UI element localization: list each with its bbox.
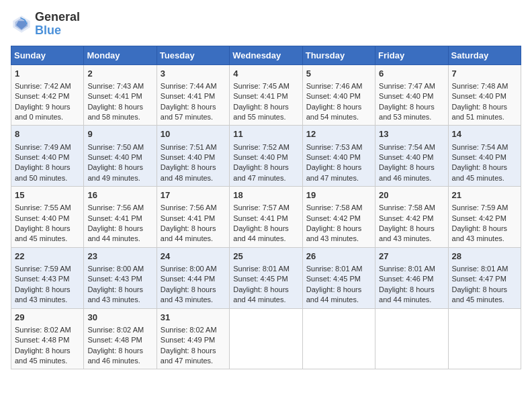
page-header: General Blue	[11, 11, 521, 38]
col-header-wednesday: Wednesday	[230, 46, 302, 64]
calendar-cell: 26Sunrise: 8:01 AMSunset: 4:45 PMDayligh…	[302, 247, 375, 308]
day-info: Sunset: 4:42 PM	[306, 214, 361, 222]
day-number: 30	[87, 312, 152, 324]
day-info: Sunset: 4:40 PM	[306, 153, 361, 161]
day-number: 4	[233, 68, 298, 80]
calendar-cell: 29Sunrise: 8:02 AMSunset: 4:48 PMDayligh…	[11, 308, 84, 369]
day-info: Sunrise: 7:56 AM	[161, 203, 217, 212]
calendar-cell: 2Sunrise: 7:43 AMSunset: 4:41 PMDaylight…	[84, 64, 157, 126]
day-info: and 44 minutes.	[233, 295, 285, 304]
calendar-cell	[448, 308, 521, 369]
calendar-week-5: 29Sunrise: 8:02 AMSunset: 4:48 PMDayligh…	[11, 308, 521, 369]
day-info: Daylight: 8 hours	[87, 163, 143, 171]
day-info: and 44 minutes.	[233, 234, 285, 242]
day-number: 31	[161, 312, 226, 324]
calendar-cell: 10Sunrise: 7:51 AMSunset: 4:40 PMDayligh…	[157, 126, 229, 187]
day-info: Sunset: 4:41 PM	[233, 92, 287, 100]
day-number: 1	[15, 68, 80, 80]
day-number: 17	[161, 189, 226, 201]
day-info: and 50 minutes.	[15, 174, 67, 182]
day-info: Sunrise: 8:02 AM	[87, 326, 144, 334]
day-info: and 43 minutes.	[306, 234, 359, 242]
day-info: Sunrise: 7:52 AM	[233, 143, 290, 151]
day-info: and 46 minutes.	[87, 357, 140, 365]
day-info: Sunrise: 8:02 AM	[15, 326, 71, 334]
day-number: 25	[233, 250, 298, 263]
day-info: Sunset: 4:40 PM	[15, 153, 69, 161]
day-number: 11	[233, 128, 298, 140]
day-info: Daylight: 8 hours	[452, 103, 508, 111]
day-info: Sunset: 4:48 PM	[87, 336, 142, 344]
day-info: Daylight: 8 hours	[379, 224, 435, 232]
day-info: and 55 minutes.	[233, 113, 285, 121]
day-info: and 58 minutes.	[87, 113, 140, 121]
day-info: Daylight: 8 hours	[87, 347, 143, 355]
col-header-sunday: Sunday	[11, 46, 84, 64]
day-number: 5	[306, 68, 371, 80]
day-info: Sunrise: 8:01 AM	[306, 265, 363, 273]
day-info: and 48 minutes.	[161, 174, 213, 182]
day-info: Sunrise: 7:58 AM	[379, 203, 435, 212]
day-info: Sunset: 4:45 PM	[306, 275, 361, 283]
day-info: Daylight: 8 hours	[161, 285, 216, 293]
day-info: Sunrise: 8:01 AM	[379, 265, 435, 273]
day-info: Daylight: 8 hours	[379, 285, 435, 293]
day-number: 12	[306, 128, 371, 140]
calendar-cell	[302, 308, 375, 369]
day-info: Sunrise: 7:58 AM	[306, 203, 363, 212]
day-info: Daylight: 8 hours	[15, 224, 71, 232]
calendar-cell: 13Sunrise: 7:54 AMSunset: 4:40 PMDayligh…	[375, 126, 448, 187]
day-info: and 44 minutes.	[379, 295, 431, 304]
calendar-cell: 20Sunrise: 7:58 AMSunset: 4:42 PMDayligh…	[375, 187, 448, 248]
day-info: and 0 minutes.	[15, 113, 63, 121]
day-info: Daylight: 8 hours	[87, 285, 143, 293]
calendar-week-2: 8Sunrise: 7:49 AMSunset: 4:40 PMDaylight…	[11, 126, 521, 187]
col-header-tuesday: Tuesday	[157, 46, 229, 64]
calendar-cell: 5Sunrise: 7:46 AMSunset: 4:40 PMDaylight…	[302, 64, 375, 126]
day-info: and 47 minutes.	[161, 357, 213, 365]
calendar-week-3: 15Sunrise: 7:55 AMSunset: 4:40 PMDayligh…	[11, 187, 521, 248]
day-info: Sunset: 4:42 PM	[452, 214, 506, 222]
day-info: Sunset: 4:40 PM	[306, 92, 361, 100]
col-header-saturday: Saturday	[448, 46, 521, 64]
day-info: Sunrise: 8:00 AM	[87, 265, 144, 273]
calendar-cell: 4Sunrise: 7:45 AMSunset: 4:41 PMDaylight…	[230, 64, 302, 126]
day-info: Sunrise: 7:51 AM	[161, 143, 217, 151]
day-info: and 51 minutes.	[452, 113, 504, 121]
calendar-cell	[230, 308, 302, 369]
calendar-cell: 9Sunrise: 7:50 AMSunset: 4:40 PMDaylight…	[84, 126, 157, 187]
day-number: 16	[87, 189, 152, 201]
day-info: Daylight: 8 hours	[379, 163, 435, 171]
day-info: Sunset: 4:43 PM	[87, 275, 142, 283]
day-info: and 45 minutes.	[15, 234, 67, 242]
day-number: 21	[452, 189, 517, 201]
day-info: Daylight: 8 hours	[452, 163, 508, 171]
day-info: Daylight: 8 hours	[161, 347, 216, 355]
day-number: 24	[161, 250, 226, 263]
day-info: Sunrise: 7:50 AM	[87, 143, 144, 151]
day-info: Daylight: 8 hours	[233, 103, 289, 111]
day-number: 10	[161, 128, 226, 140]
day-number: 3	[161, 68, 226, 80]
calendar-cell: 27Sunrise: 8:01 AMSunset: 4:46 PMDayligh…	[375, 247, 448, 308]
day-info: Sunset: 4:47 PM	[452, 275, 506, 283]
day-info: Sunset: 4:40 PM	[452, 92, 506, 100]
calendar-week-1: 1Sunrise: 7:42 AMSunset: 4:42 PMDaylight…	[11, 64, 521, 126]
day-number: 19	[306, 189, 371, 201]
day-info: Sunset: 4:42 PM	[15, 92, 69, 100]
day-info: Sunset: 4:49 PM	[161, 336, 215, 344]
day-info: Sunset: 4:40 PM	[379, 153, 433, 161]
day-info: and 53 minutes.	[379, 113, 431, 121]
day-number: 14	[452, 128, 517, 140]
day-info: Daylight: 8 hours	[161, 163, 216, 171]
calendar-cell: 3Sunrise: 7:44 AMSunset: 4:41 PMDaylight…	[157, 64, 229, 126]
day-info: Daylight: 8 hours	[233, 285, 289, 293]
day-info: Sunrise: 7:59 AM	[452, 203, 508, 212]
day-number: 22	[15, 250, 80, 263]
day-info: and 43 minutes.	[379, 234, 431, 242]
calendar-cell: 19Sunrise: 7:58 AMSunset: 4:42 PMDayligh…	[302, 187, 375, 248]
day-info: Sunrise: 7:45 AM	[233, 82, 290, 90]
calendar-cell: 7Sunrise: 7:48 AMSunset: 4:40 PMDaylight…	[448, 64, 521, 126]
day-info: Sunrise: 8:02 AM	[161, 326, 217, 334]
day-number: 20	[379, 189, 444, 201]
